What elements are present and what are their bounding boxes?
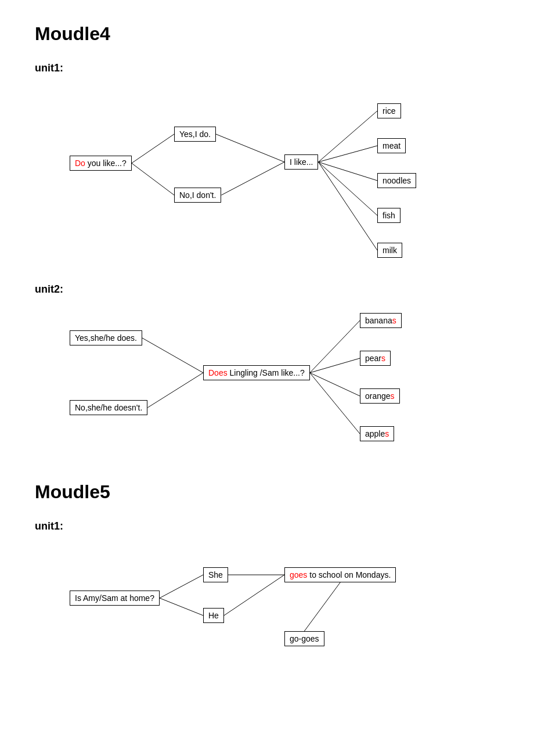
unit1-center-box: I like... [284, 154, 318, 170]
svg-line-9 [142, 338, 203, 373]
svg-line-2 [216, 134, 284, 162]
unit2-diagram: Yes,she/he does. No,she/he doesn't. Does… [35, 307, 499, 458]
svg-line-18 [224, 575, 284, 615]
unit2-center-red: Does [208, 368, 228, 377]
unit2-label: unit2: [35, 283, 499, 296]
unit1-no-box: No,I don't. [174, 188, 221, 203]
unit2-item-pears: pears [360, 351, 391, 366]
unit1-question-rest: you like...? [85, 159, 127, 168]
svg-line-8 [318, 162, 377, 250]
svg-line-13 [310, 373, 360, 396]
svg-line-1 [132, 163, 174, 195]
svg-line-5 [318, 146, 377, 162]
svg-line-12 [310, 358, 360, 373]
unit2-center-rest: Lingling /Sam like...? [228, 368, 305, 377]
unit1-item-fish: fish [377, 208, 400, 223]
svg-line-10 [147, 373, 203, 408]
moudle5-section: Moudle5 unit1: Is Amy/Sam at home? She H… [35, 481, 499, 672]
unit2-center-box: Does Lingling /Sam like...? [203, 365, 310, 380]
unit2-yes-box: Yes,she/he does. [70, 330, 142, 345]
svg-line-14 [310, 373, 360, 434]
moudle4-section: Moudle4 unit1: Do you like...? Yes,I do.… [35, 23, 499, 458]
unit1-item-noodles: noodles [377, 173, 416, 188]
svg-line-7 [318, 162, 377, 215]
unit2-item-oranges: oranges [360, 388, 400, 404]
m5unit1-goes: goes [290, 570, 307, 579]
m5unit1-sentence: goes to school on Mondays. [284, 567, 396, 582]
unit2-item-bananas: bananas [360, 313, 402, 328]
m5unit1-he-box: He [203, 608, 224, 623]
unit1-yes-box: Yes,I do. [174, 127, 216, 142]
moudle5-title: Moudle5 [35, 481, 499, 503]
m5unit1-label: unit1: [35, 520, 499, 532]
svg-line-11 [310, 321, 360, 373]
unit1-question-red: Do [75, 159, 85, 168]
moudle4-title: Moudle4 [35, 23, 499, 45]
unit1-question-box: Do you like...? [70, 156, 132, 171]
m5unit1-diagram: Is Amy/Sam at home? She He goes to schoo… [35, 544, 499, 672]
unit2-no-box: No,she/he doesn't. [70, 400, 147, 415]
svg-line-16 [160, 598, 203, 615]
svg-line-3 [221, 162, 284, 195]
m5unit1-sentence-rest: to school on Mondays. [307, 570, 391, 579]
m5unit1-she-box: She [203, 567, 228, 582]
svg-line-6 [318, 162, 377, 181]
unit1-item-meat: meat [377, 138, 406, 153]
svg-line-15 [160, 575, 203, 598]
unit1-diagram: Do you like...? Yes,I do. No,I don't. I … [35, 86, 499, 272]
svg-line-4 [318, 111, 377, 162]
svg-line-19 [304, 582, 340, 631]
unit2-item-apples: apples [360, 426, 394, 441]
unit1-label: unit1: [35, 62, 499, 74]
svg-line-0 [132, 134, 174, 163]
m5unit1-question-box: Is Amy/Sam at home? [70, 591, 160, 606]
unit1-item-milk: milk [377, 243, 402, 258]
unit1-item-rice: rice [377, 103, 401, 118]
m5unit1-gogoes-box: go-goes [284, 631, 324, 646]
